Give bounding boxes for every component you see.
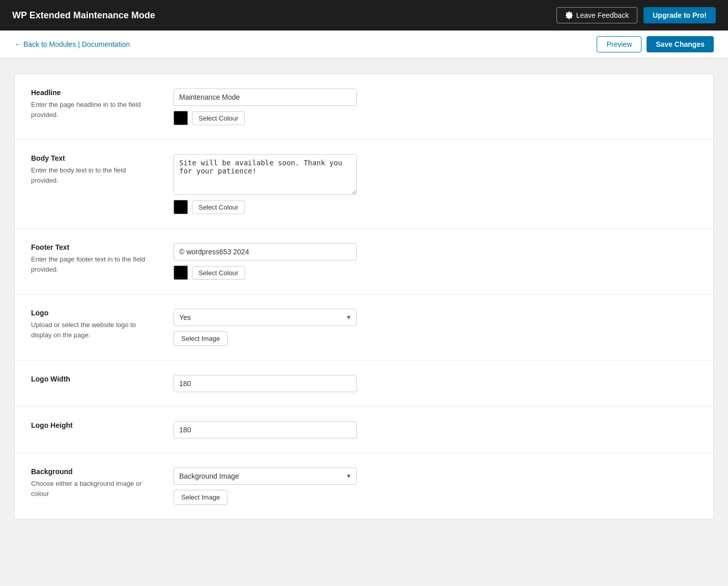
headline-section: Headline Enter the page headline in to t… bbox=[15, 74, 713, 140]
background-control: Background Image Background Colour ▼ Sel… bbox=[174, 467, 697, 505]
logo-width-label-group: Logo Width bbox=[31, 375, 153, 386]
save-changes-button[interactable]: Save Changes bbox=[647, 36, 714, 52]
background-label-group: Background Choose either a background im… bbox=[31, 467, 153, 499]
logo-description: Upload or select the website logo to dis… bbox=[31, 320, 153, 340]
logo-select-image-button[interactable]: Select Image bbox=[174, 331, 228, 346]
logo-title: Logo bbox=[31, 309, 153, 317]
logo-section: Logo Upload or select the website logo t… bbox=[15, 295, 713, 361]
footer-text-input[interactable] bbox=[174, 243, 357, 260]
headline-title: Headline bbox=[31, 89, 153, 97]
footer-text-colour-row: Select Colour bbox=[174, 266, 697, 280]
body-text-title: Body Text bbox=[31, 154, 153, 162]
logo-height-control bbox=[174, 421, 697, 438]
logo-width-input[interactable] bbox=[174, 375, 357, 392]
body-text-colour-row: Select Colour bbox=[174, 200, 697, 214]
body-text-description: Enter the body text in to the field prov… bbox=[31, 165, 153, 185]
sub-header-actions: Preview Save Changes bbox=[597, 36, 714, 52]
back-to-modules-link[interactable]: ← Back to Modules | Documentation bbox=[14, 40, 130, 48]
background-description: Choose either a background image or colo… bbox=[31, 479, 153, 499]
settings-card: Headline Enter the page headline in to t… bbox=[14, 74, 714, 519]
logo-width-title: Logo Width bbox=[31, 375, 153, 383]
footer-text-description: Enter the page footer text in to the fie… bbox=[31, 254, 153, 274]
background-select-image-label: Select Image bbox=[181, 493, 220, 501]
preview-button[interactable]: Preview bbox=[597, 36, 641, 52]
body-text-label-group: Body Text Enter the body text in to the … bbox=[31, 154, 153, 185]
logo-select-image-label: Select Image bbox=[181, 335, 220, 342]
background-select-wrapper: Background Image Background Colour ▼ bbox=[174, 467, 357, 485]
logo-select[interactable]: Yes No bbox=[174, 309, 357, 326]
logo-height-title: Logo Height bbox=[31, 421, 153, 429]
logo-height-label-group: Logo Height bbox=[31, 421, 153, 432]
logo-height-section: Logo Height bbox=[15, 407, 713, 453]
logo-select-wrapper: Yes No ▼ bbox=[174, 309, 357, 326]
leave-feedback-button[interactable]: Leave Feedback bbox=[556, 7, 638, 23]
logo-height-input[interactable] bbox=[174, 421, 357, 438]
body-text-colour-swatch[interactable] bbox=[174, 200, 188, 214]
background-select-image-button[interactable]: Select Image bbox=[174, 490, 228, 505]
app-header: WP Extended Maintenance Mode Leave Feedb… bbox=[0, 0, 728, 31]
background-section: Background Choose either a background im… bbox=[15, 453, 713, 519]
footer-text-control: Select Colour bbox=[174, 243, 697, 280]
headline-colour-swatch[interactable] bbox=[174, 111, 188, 125]
headline-control: Select Colour bbox=[174, 89, 697, 125]
headline-label-group: Headline Enter the page headline in to t… bbox=[31, 89, 153, 120]
footer-text-select-colour-button[interactable]: Select Colour bbox=[192, 266, 245, 280]
background-select[interactable]: Background Image Background Colour bbox=[174, 467, 357, 485]
logo-width-control bbox=[174, 375, 697, 392]
footer-text-title: Footer Text bbox=[31, 243, 153, 251]
footer-text-colour-swatch[interactable] bbox=[174, 266, 188, 280]
app-title: WP Extended Maintenance Mode bbox=[12, 10, 155, 21]
logo-label-group: Logo Upload or select the website logo t… bbox=[31, 309, 153, 340]
footer-text-label-group: Footer Text Enter the page footer text i… bbox=[31, 243, 153, 274]
body-text-section: Body Text Enter the body text in to the … bbox=[15, 140, 713, 229]
headline-colour-row: Select Colour bbox=[174, 111, 697, 125]
headline-select-colour-button[interactable]: Select Colour bbox=[192, 111, 245, 125]
headline-description: Enter the page headline in to the field … bbox=[31, 100, 153, 120]
gear-icon bbox=[565, 11, 573, 19]
body-text-textarea[interactable]: Site will be available soon. Thank you f… bbox=[174, 154, 357, 195]
upgrade-button[interactable]: Upgrade to Pro! bbox=[643, 7, 716, 23]
sub-header: ← Back to Modules | Documentation Previe… bbox=[0, 31, 728, 58]
background-title: Background bbox=[31, 467, 153, 476]
headline-input[interactable] bbox=[174, 89, 357, 106]
body-text-select-colour-button[interactable]: Select Colour bbox=[192, 200, 245, 214]
main-content: Headline Enter the page headline in to t… bbox=[0, 58, 728, 535]
logo-control: Yes No ▼ Select Image bbox=[174, 309, 697, 346]
body-text-control: Site will be available soon. Thank you f… bbox=[174, 154, 697, 214]
leave-feedback-label: Leave Feedback bbox=[576, 11, 629, 19]
logo-width-section: Logo Width bbox=[15, 361, 713, 407]
footer-text-section: Footer Text Enter the page footer text i… bbox=[15, 229, 713, 295]
header-actions: Leave Feedback Upgrade to Pro! bbox=[556, 7, 716, 23]
